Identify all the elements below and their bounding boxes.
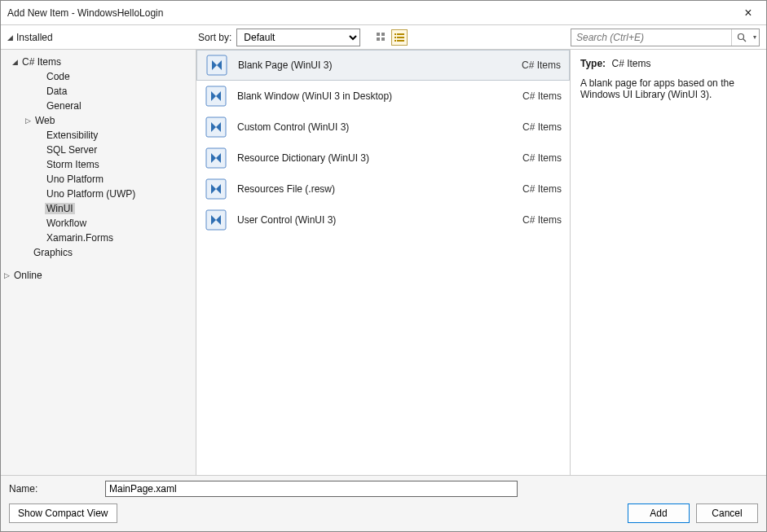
svg-rect-6: [395, 37, 396, 38]
item-category: C# Items: [522, 183, 562, 195]
svg-line-11: [743, 39, 746, 42]
tree-data[interactable]: Data: [1, 84, 196, 99]
item-category: C# Items: [522, 152, 562, 164]
item-name: Custom Control (WinUI 3): [237, 121, 513, 133]
template-list: Blank Page (WinUI 3) C# Items Blank Wind…: [196, 50, 571, 475]
tree-uno[interactable]: Uno Platform: [1, 172, 196, 187]
svg-rect-2: [377, 37, 380, 41]
add-button[interactable]: Add: [628, 503, 690, 523]
name-input[interactable]: [105, 481, 518, 497]
window-title: Add New Item - WindowsHelloLogin: [7, 7, 737, 19]
search-box[interactable]: ▾: [571, 29, 760, 46]
item-name: Blank Page (WinUI 3): [238, 59, 512, 71]
item-resources-file[interactable]: Resources File (.resw) C# Items: [196, 174, 570, 204]
tree-web[interactable]: ▷Web: [1, 113, 196, 128]
item-category: C# Items: [522, 90, 562, 102]
sort-select[interactable]: Default: [236, 29, 360, 46]
category-tree: ◢C# Items Code Data General ▷Web Extensi…: [1, 50, 196, 475]
tree-code[interactable]: Code: [1, 69, 196, 84]
svg-rect-7: [397, 37, 404, 38]
tree-workflow[interactable]: Workflow: [1, 216, 196, 231]
item-blank-page[interactable]: Blank Page (WinUI 3) C# Items: [196, 50, 570, 81]
item-name: Resources File (.resw): [237, 183, 513, 195]
search-input[interactable]: [571, 32, 731, 43]
type-value: C# Items: [611, 58, 650, 69]
item-name: Blank Window (WinUI 3 in Desktop): [237, 90, 513, 102]
item-name: Resource Dictionary (WinUI 3): [237, 152, 513, 164]
description-text: A blank page for apps based on the Windo…: [580, 77, 756, 100]
item-custom-control[interactable]: Custom Control (WinUI 3) C# Items: [196, 112, 570, 143]
item-name: User Control (WinUI 3): [237, 214, 513, 226]
svg-rect-1: [381, 33, 385, 36]
winui-template-icon: [205, 209, 227, 231]
chevron-down-icon[interactable]: ◢: [7, 33, 13, 42]
tree-sql[interactable]: SQL Server: [1, 143, 196, 157]
svg-rect-4: [395, 33, 396, 35]
svg-rect-5: [397, 33, 404, 35]
winui-template-icon: [205, 85, 227, 108]
svg-rect-9: [397, 40, 404, 42]
tree-storm[interactable]: Storm Items: [1, 157, 196, 172]
search-icon[interactable]: [731, 29, 751, 46]
type-label: Type:: [580, 58, 606, 69]
item-category: C# Items: [522, 59, 561, 71]
item-resource-dictionary[interactable]: Resource Dictionary (WinUI 3) C# Items: [196, 143, 570, 174]
tree-extensibility[interactable]: Extensibility: [1, 128, 196, 143]
svg-rect-0: [377, 33, 380, 36]
item-blank-window[interactable]: Blank Window (WinUI 3 in Desktop) C# Ite…: [196, 81, 570, 112]
close-icon[interactable]: ×: [737, 6, 760, 20]
item-category: C# Items: [522, 121, 562, 133]
search-dropdown-icon[interactable]: ▾: [751, 29, 759, 46]
item-category: C# Items: [522, 214, 562, 226]
svg-rect-8: [395, 40, 396, 42]
tree-csharp-items[interactable]: ◢C# Items: [1, 55, 196, 69]
cancel-button[interactable]: Cancel: [696, 503, 758, 523]
winui-template-icon: [205, 54, 228, 77]
tree-winui[interactable]: WinUI: [1, 201, 196, 216]
svg-point-10: [738, 33, 743, 39]
tree-online[interactable]: ▷Online: [1, 268, 196, 283]
view-grid-icon[interactable]: [373, 29, 390, 46]
svg-rect-3: [381, 37, 385, 41]
sort-label: Sort by:: [198, 32, 231, 43]
tree-xamarin[interactable]: Xamarin.Forms: [1, 231, 196, 245]
compact-view-button[interactable]: Show Compact View: [9, 503, 117, 523]
tree-general[interactable]: General: [1, 99, 196, 113]
winui-template-icon: [205, 147, 227, 169]
tree-uno-uwp[interactable]: Uno Platform (UWP): [1, 187, 196, 201]
item-user-control[interactable]: User Control (WinUI 3) C# Items: [196, 204, 570, 235]
winui-template-icon: [205, 116, 227, 138]
tree-graphics[interactable]: Graphics: [1, 245, 196, 260]
winui-template-icon: [205, 178, 227, 200]
view-list-icon[interactable]: [391, 29, 408, 46]
details-pane: Type: C# Items A blank page for apps bas…: [571, 50, 766, 475]
name-label: Name:: [9, 483, 99, 495]
installed-header[interactable]: Installed: [16, 32, 53, 43]
